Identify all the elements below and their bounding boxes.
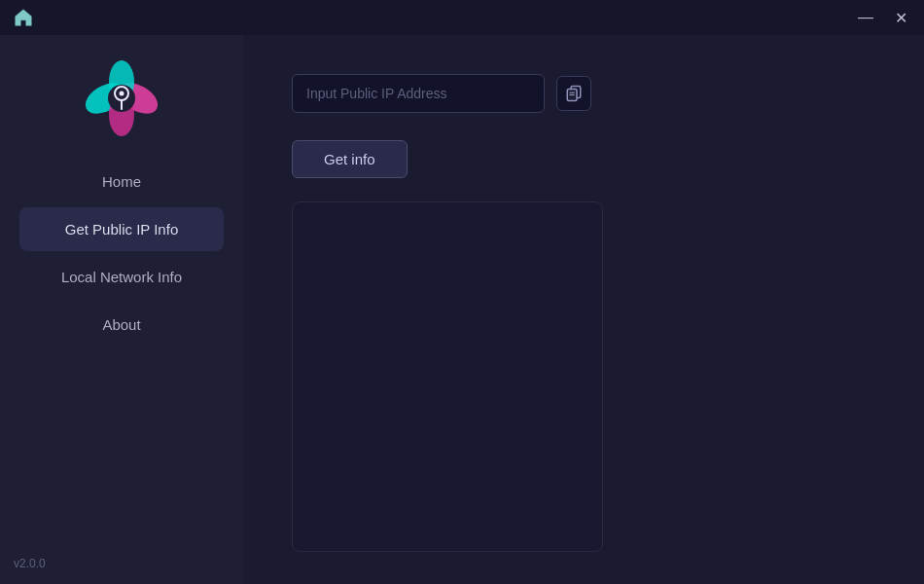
sidebar: Home Get Public IP Info Local Network In…	[0, 35, 243, 584]
sidebar-item-home[interactable]: Home	[19, 160, 224, 203]
sidebar-item-local-network-info[interactable]: Local Network Info	[19, 255, 224, 299]
clipboard-paste-button[interactable]	[556, 76, 591, 111]
top-controls	[292, 74, 591, 113]
svg-point-6	[120, 91, 124, 96]
sidebar-item-about[interactable]: About	[19, 303, 224, 347]
clipboard-icon	[565, 85, 583, 102]
result-panel	[292, 201, 603, 552]
close-button[interactable]: ✕	[887, 4, 914, 31]
sidebar-item-get-public-ip-info[interactable]: Get Public IP Info	[19, 207, 224, 251]
ip-address-input[interactable]	[292, 74, 545, 113]
main-layout: Home Get Public IP Info Local Network In…	[0, 35, 924, 584]
version-label: v2.0.0	[14, 557, 46, 570]
title-bar-controls: — ✕	[852, 4, 914, 31]
title-bar: — ✕	[0, 0, 924, 35]
titlebar-home-button[interactable]	[10, 4, 37, 31]
app-logo	[78, 55, 165, 142]
content-area: Get info	[243, 35, 924, 584]
title-bar-left	[10, 4, 37, 31]
minimize-button[interactable]: —	[852, 4, 879, 31]
get-info-button[interactable]: Get info	[292, 140, 408, 178]
